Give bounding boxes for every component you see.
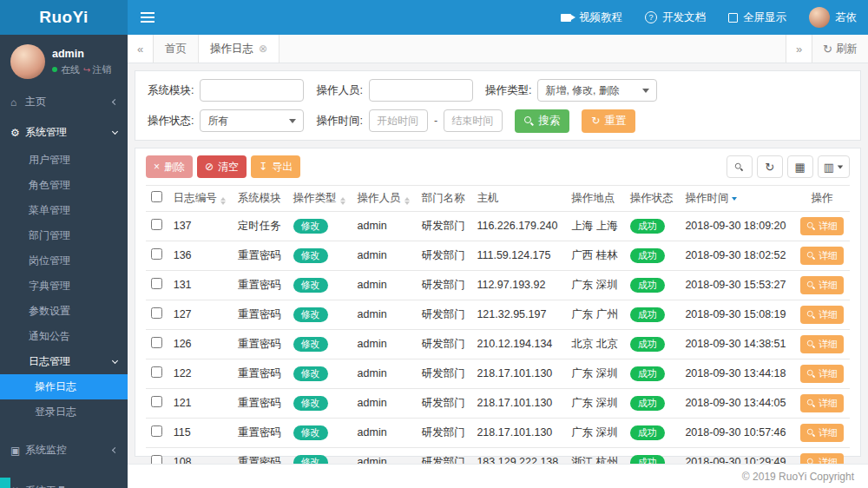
cell-id: 115 (168, 419, 233, 448)
tabs-scroll-right-button[interactable]: » (786, 35, 812, 63)
reset-button[interactable]: ↻ 重置 (582, 109, 635, 133)
module-input[interactable] (200, 79, 304, 102)
user-avatar[interactable] (10, 44, 45, 79)
search-icon (807, 399, 815, 407)
column-header[interactable]: 日志编号 (168, 186, 233, 212)
cell-id: 127 (168, 300, 233, 330)
logout-icon: ↪ (83, 65, 90, 75)
nav-fullscreen-toggle[interactable]: 全屏显示 (717, 0, 798, 35)
app-logo[interactable]: RuoYi (0, 0, 128, 35)
column-header[interactable]: 操作人员 (352, 186, 417, 212)
sidebar-item[interactable]: 角色管理 (0, 173, 128, 198)
search-button[interactable]: 搜索 (515, 109, 569, 133)
row-checkbox[interactable] (151, 366, 162, 378)
status-select[interactable]: 所有 (200, 109, 304, 132)
row-checkbox[interactable] (151, 278, 162, 289)
theme-config-toggle[interactable] (0, 478, 10, 488)
sidebar-item[interactable]: ▣系统监控 (0, 435, 128, 465)
export-button[interactable]: ↧ 导出 (251, 155, 300, 178)
status-badge: 成功 (630, 248, 665, 263)
sidebar-item-label: 用户管理 (29, 153, 117, 168)
sidebar-item[interactable]: 参数设置 (0, 299, 128, 324)
nav-video-tutorial[interactable]: 视频教程 (549, 0, 634, 35)
cell-id: 137 (168, 212, 233, 241)
search-icon (524, 116, 534, 126)
nav-user-menu[interactable]: 若依 (798, 0, 868, 35)
row-checkbox[interactable] (151, 425, 162, 437)
tabs-scroll-left-button[interactable]: « (128, 35, 154, 63)
tab-item[interactable]: 首页 (154, 35, 199, 63)
table-refresh-button[interactable]: ↻ (757, 155, 783, 178)
sidebar-item-label: 登录日志 (35, 405, 117, 419)
cell-location: 广东 广州 (566, 300, 624, 330)
detail-button[interactable]: 详细 (800, 365, 844, 383)
cell-time: 2018-09-30 10:29:49 (680, 448, 794, 465)
detail-button[interactable]: 详细 (800, 306, 844, 324)
cell-id: 108 (168, 448, 233, 465)
cell-action: 详细 (794, 359, 850, 389)
cell-time: 2018-09-30 18:02:52 (680, 241, 794, 271)
detail-button[interactable]: 详细 (800, 335, 844, 353)
row-checkbox[interactable] (151, 219, 162, 230)
detail-button[interactable]: 详细 (800, 453, 844, 464)
nav-dev-docs[interactable]: ?开发文档 (634, 0, 717, 35)
detail-button[interactable]: 详细 (800, 394, 844, 412)
clean-button[interactable]: ⊘ 清空 (197, 155, 247, 178)
sidebar-item-label: 操作日志 (35, 379, 117, 394)
tab-refresh-button[interactable]: ↻ 刷新 (812, 35, 868, 63)
operator-input[interactable] (369, 79, 473, 102)
sidebar-item-active[interactable]: 操作日志 (0, 374, 128, 399)
cell-status: 成功 (625, 330, 681, 359)
table-columns-button[interactable]: ▥ (818, 155, 850, 178)
row-checkbox[interactable] (151, 337, 162, 348)
cell-module: 重置密码 (233, 241, 288, 271)
sort-icon (340, 197, 345, 205)
tab-refresh-icon[interactable]: ⊗ (259, 43, 267, 55)
module-label: 系统模块: (148, 83, 194, 98)
navbar-right: 视频教程?开发文档全屏显示若依 (549, 0, 868, 35)
sidebar-item[interactable]: 字典管理 (0, 274, 128, 299)
sidebar-toggle-button[interactable] (128, 0, 168, 35)
row-select-cell (146, 389, 168, 419)
sidebar-item[interactable]: ⌂主页 (0, 87, 128, 117)
detail-button[interactable]: 详细 (800, 276, 844, 294)
time-end-input[interactable] (444, 109, 503, 132)
column-header[interactable]: 操作时间 (680, 186, 794, 212)
logout-link[interactable]: ↪ 注销 (83, 63, 111, 76)
time-start-input[interactable] (369, 109, 428, 132)
tab-label: 首页 (165, 42, 187, 56)
sidebar-item[interactable]: 菜单管理 (0, 198, 128, 223)
gear-icon: ⚙ (10, 127, 25, 139)
sidebar-item[interactable]: 岗位管理 (0, 248, 128, 274)
cell-type: 修改 (288, 212, 352, 241)
sidebar-item[interactable]: 登录日志 (0, 399, 128, 425)
detail-button[interactable]: 详细 (800, 424, 844, 442)
row-checkbox[interactable] (151, 455, 162, 464)
sidebar-item[interactable]: 用户管理 (0, 148, 128, 173)
delete-button[interactable]: × 删除 (146, 155, 193, 178)
row-select-cell (146, 419, 168, 448)
row-checkbox[interactable] (151, 248, 162, 260)
sidebar-item-label: 参数设置 (29, 304, 117, 319)
row-checkbox[interactable] (151, 396, 162, 407)
select-all-checkbox[interactable] (151, 191, 162, 202)
sidebar-item[interactable]: 通知公告 (0, 324, 128, 349)
search-icon (807, 340, 815, 348)
sidebar-item[interactable]: ⚒系统工具 (0, 476, 128, 488)
column-header[interactable]: 操作类型 (288, 186, 352, 212)
cell-dept: 研发部门 (417, 419, 472, 448)
cell-dept: 研发部门 (417, 359, 472, 389)
avatar (809, 7, 830, 28)
sidebar-item[interactable]: 部门管理 (0, 223, 128, 248)
cell-dept: 研发部门 (417, 300, 472, 330)
type-select[interactable]: 新增, 修改, 删除 (537, 79, 657, 102)
sidebar-item[interactable]: 日志管理 (0, 349, 128, 374)
table-search-toggle-button[interactable] (727, 155, 753, 178)
detail-button[interactable]: 详细 (800, 217, 844, 235)
sidebar-item[interactable]: ⚙系统管理 (0, 117, 128, 148)
row-checkbox[interactable] (151, 307, 162, 319)
detail-button[interactable]: 详细 (800, 247, 844, 265)
tab-active[interactable]: 操作日志⊗ (199, 35, 279, 63)
table-view-toggle-button[interactable]: ▦ (787, 155, 813, 178)
cell-operator: admin (352, 359, 417, 389)
